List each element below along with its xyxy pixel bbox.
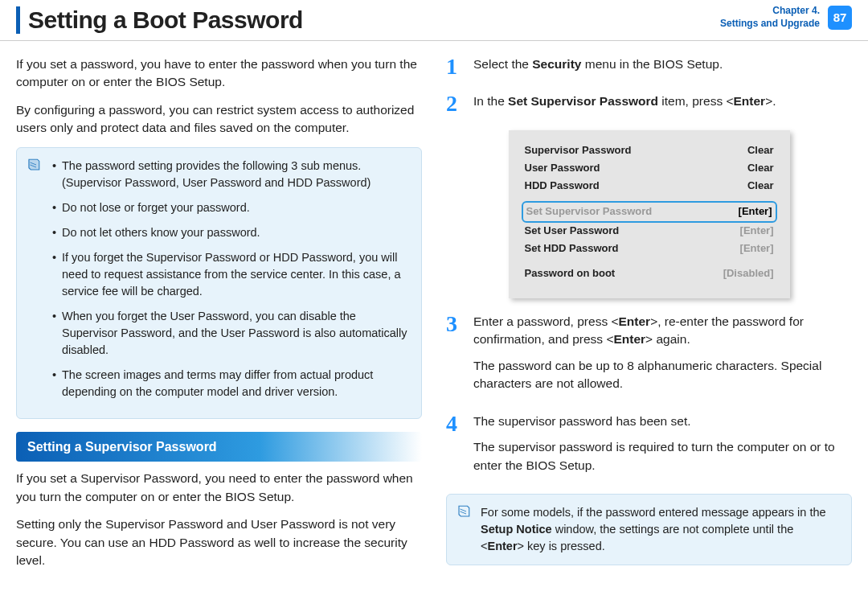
bios-row: Supervisor PasswordClear [525,143,774,158]
step-number: 2 [446,92,465,118]
bios-status-section: Supervisor PasswordClear User PasswordCl… [525,143,774,194]
bios-value: [Enter] [740,241,774,257]
t: >. [765,94,776,108]
bios-label: Set Supervisor Password [526,204,653,220]
bios-value: Clear [747,179,774,194]
bios-value: Clear [747,161,774,176]
step2-text: In the Set Supervisor Password item, pre… [473,92,852,110]
chapter-line1: Chapter 4. [772,5,820,16]
t-bold: Enter [734,94,766,108]
page-header: Setting a Boot Password Chapter 4. Setti… [0,0,868,34]
supervisor-p2: Setting only the Supervisor Password and… [16,515,422,569]
t: > key is pressed. [518,540,605,552]
t: item, press < [658,94,733,108]
bios-screenshot: Supervisor PasswordClear User PasswordCl… [509,130,790,298]
header-right: Chapter 4. Settings and Upgrade 87 [720,5,852,30]
bios-row-highlighted: Set Supervisor Password[Enter] [522,201,777,223]
step1-text: Select the Security menu in the BIOS Set… [473,55,852,73]
note-item: The password setting provides the follow… [52,158,410,191]
bios-row: HDD PasswordClear [525,179,774,194]
page-number-badge: 87 [828,6,852,30]
bios-label: Password on boot [525,266,616,281]
step-body: In the Set Supervisor Password item, pre… [473,92,852,118]
t: menu in the BIOS Setup. [581,57,723,71]
left-column: If you set a password, you have to enter… [16,55,422,580]
note-icon [457,504,471,524]
note-item: If you forget the Supervisor Password or… [52,249,410,300]
t: > again. [645,332,690,346]
step-2: 2 In the Set Supervisor Password item, p… [446,92,852,118]
step-number: 4 [446,413,465,483]
bios-row: Set HDD Password[Enter] [525,241,774,257]
bios-value: [Disabled] [723,266,774,281]
t-bold: Enter [487,540,517,552]
step-body: The supervisor password has been set. Th… [473,413,852,483]
t-bold: Set Supervisor Password [508,94,658,108]
section-header: Setting a Supervisor Password [16,432,422,462]
bios-set-section: Set Supervisor Password[Enter] Set User … [525,201,774,257]
note-box-bottom: For some models, if the password entered… [446,494,852,565]
content-columns: If you set a password, you have to enter… [0,55,868,580]
step-number: 1 [446,55,465,81]
step-1: 1 Select the Security menu in the BIOS S… [446,55,852,81]
bios-value: [Enter] [739,204,772,220]
t-bold: Enter [619,314,651,328]
bios-label: HDD Password [525,179,600,194]
bios-label: Supervisor Password [525,143,632,158]
title-wrap: Setting a Boot Password [16,6,303,34]
bios-row: Password on boot[Disabled] [525,266,774,281]
supervisor-p1: If you set a Supervisor Password, you ne… [16,470,422,506]
step4-text-a: The supervisor password has been set. [473,413,852,430]
t-bold: Setup Notice [481,523,552,536]
step-3: 3 Enter a password, press <Enter>, re-en… [446,313,852,401]
bios-row: Set User Password[Enter] [525,224,774,239]
step-body: Select the Security menu in the BIOS Set… [473,55,852,81]
note-list: The password setting provides the follow… [28,158,410,400]
step3-text-b: The password can be up to 8 alphanumeric… [473,357,852,393]
t: Select the [473,57,532,71]
note-icon [27,158,41,177]
step-body: Enter a password, press <Enter>, re-ente… [473,313,852,401]
page-title: Setting a Boot Password [28,6,303,34]
t-bold: Enter [613,332,645,346]
bios-value: Clear [747,143,774,158]
bios-label: Set User Password [525,224,620,239]
bios-value: [Enter] [740,224,774,239]
step3-text-a: Enter a password, press <Enter>, re-ente… [473,313,852,349]
header-divider [0,40,868,41]
note-item: When you forget the User Password, you c… [52,308,410,359]
bios-label: Set HDD Password [525,241,619,257]
chapter-info: Chapter 4. Settings and Upgrade [720,5,820,30]
t-bold: Security [532,57,581,71]
note-item: Do not let others know your password. [52,224,410,241]
note-item: The screen images and terms may differ f… [52,367,410,400]
t: In the [473,94,508,108]
note-item: Do not lose or forget your password. [52,199,410,216]
step4-text-b: The supervisor password is required to t… [473,438,852,474]
intro-p2: By configuring a password, you can restr… [16,101,422,138]
bios-row: User PasswordClear [525,161,774,176]
bios-label: User Password [525,161,600,176]
step-4: 4 The supervisor password has been set. … [446,413,852,483]
chapter-line2: Settings and Upgrade [720,18,820,29]
t: Enter a password, press < [473,314,619,328]
intro-p1: If you set a password, you have to enter… [16,55,422,92]
note-box: The password setting provides the follow… [16,147,422,419]
step-number: 3 [446,313,465,401]
right-column: 1 Select the Security menu in the BIOS S… [446,55,852,580]
t: For some models, if the password entered… [481,506,826,519]
